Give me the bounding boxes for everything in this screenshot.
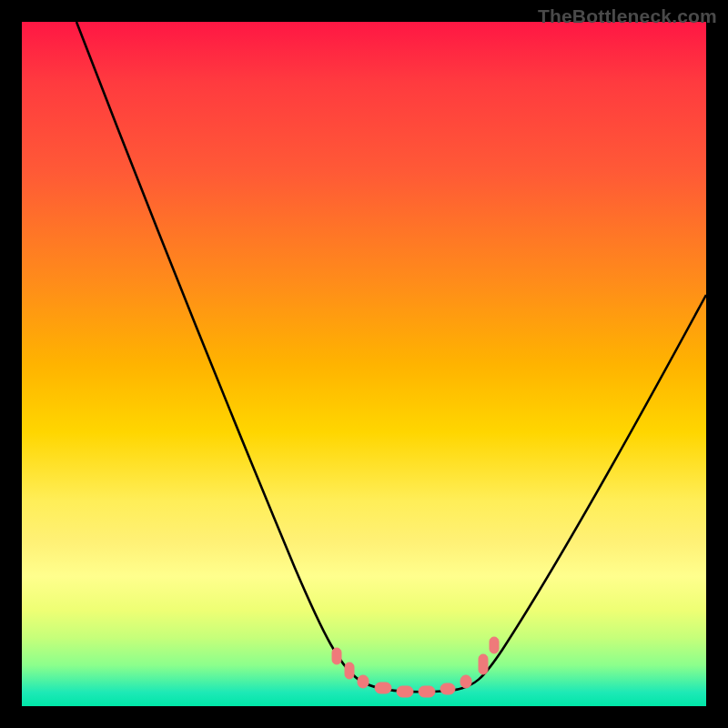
- marker-dot: [460, 675, 471, 688]
- marker-dot: [332, 648, 341, 664]
- marker-dot: [440, 683, 455, 694]
- optimal-range-markers: [332, 637, 499, 697]
- marker-dot: [490, 637, 499, 653]
- marker-dot: [397, 686, 413, 697]
- marker-dot: [375, 682, 391, 693]
- marker-dot: [419, 686, 435, 697]
- marker-dot: [345, 662, 354, 679]
- bottleneck-curve: [76, 22, 706, 692]
- bottleneck-curve-svg: [22, 22, 706, 706]
- marker-dot: [358, 675, 369, 688]
- chart-frame: TheBottleneck.com: [0, 0, 728, 728]
- watermark-text: TheBottleneck.com: [538, 5, 717, 27]
- marker-dot: [479, 654, 488, 674]
